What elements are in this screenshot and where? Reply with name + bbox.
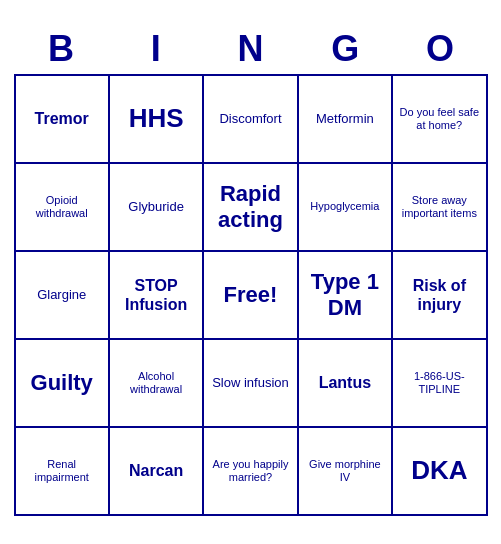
bingo-grid: TremorHHSDiscomfortMetforminDo you feel … — [14, 74, 488, 516]
cell-text-4: Do you feel safe at home? — [397, 106, 481, 132]
cell-text-13: Type 1 DM — [303, 269, 387, 322]
bingo-cell-20: Renal impairment — [16, 428, 110, 516]
bingo-cell-6: Glyburide — [110, 164, 204, 252]
title-n: N — [206, 28, 294, 70]
bingo-cell-16: Alcohol withdrawal — [110, 340, 204, 428]
cell-text-20: Renal impairment — [20, 458, 104, 484]
cell-text-21: Narcan — [129, 461, 183, 480]
bingo-cell-21: Narcan — [110, 428, 204, 516]
cell-text-3: Metformin — [316, 111, 374, 127]
bingo-cell-1: HHS — [110, 76, 204, 164]
cell-text-5: Opioid withdrawal — [20, 194, 104, 220]
bingo-cell-0: Tremor — [16, 76, 110, 164]
title-b: B — [17, 28, 105, 70]
cell-text-16: Alcohol withdrawal — [114, 370, 198, 396]
bingo-title: B I N G O — [14, 28, 488, 70]
cell-text-11: STOP Infusion — [114, 276, 198, 314]
cell-text-1: HHS — [129, 103, 184, 134]
cell-text-6: Glyburide — [128, 199, 184, 215]
title-o: O — [396, 28, 484, 70]
bingo-cell-10: Glargine — [16, 252, 110, 340]
bingo-cell-18: Lantus — [299, 340, 393, 428]
cell-text-22: Are you happily married? — [208, 458, 292, 484]
title-g: G — [301, 28, 389, 70]
cell-text-23: Give morphine IV — [303, 458, 387, 484]
bingo-card: B I N G O TremorHHSDiscomfortMetforminDo… — [6, 20, 496, 524]
cell-text-19: 1-866-US-TIPLINE — [397, 370, 481, 396]
bingo-cell-7: Rapid acting — [204, 164, 298, 252]
bingo-cell-3: Metformin — [299, 76, 393, 164]
cell-text-17: Slow infusion — [212, 375, 289, 391]
bingo-cell-19: 1-866-US-TIPLINE — [393, 340, 487, 428]
bingo-cell-15: Guilty — [16, 340, 110, 428]
bingo-cell-14: Risk of injury — [393, 252, 487, 340]
bingo-cell-4: Do you feel safe at home? — [393, 76, 487, 164]
bingo-cell-17: Slow infusion — [204, 340, 298, 428]
cell-text-0: Tremor — [35, 109, 89, 128]
cell-text-10: Glargine — [37, 287, 86, 303]
cell-text-2: Discomfort — [219, 111, 281, 127]
bingo-cell-9: Store away important items — [393, 164, 487, 252]
cell-text-12: Free! — [224, 282, 278, 308]
title-i: I — [112, 28, 200, 70]
bingo-cell-11: STOP Infusion — [110, 252, 204, 340]
cell-text-7: Rapid acting — [208, 181, 292, 234]
bingo-cell-24: DKA — [393, 428, 487, 516]
cell-text-9: Store away important items — [397, 194, 481, 220]
bingo-cell-2: Discomfort — [204, 76, 298, 164]
cell-text-18: Lantus — [319, 373, 371, 392]
bingo-cell-22: Are you happily married? — [204, 428, 298, 516]
cell-text-15: Guilty — [31, 370, 93, 396]
cell-text-24: DKA — [411, 455, 467, 486]
bingo-cell-23: Give morphine IV — [299, 428, 393, 516]
bingo-cell-12: Free! — [204, 252, 298, 340]
cell-text-8: Hypoglycemia — [310, 200, 379, 213]
bingo-cell-13: Type 1 DM — [299, 252, 393, 340]
bingo-cell-5: Opioid withdrawal — [16, 164, 110, 252]
cell-text-14: Risk of injury — [397, 276, 481, 314]
bingo-cell-8: Hypoglycemia — [299, 164, 393, 252]
